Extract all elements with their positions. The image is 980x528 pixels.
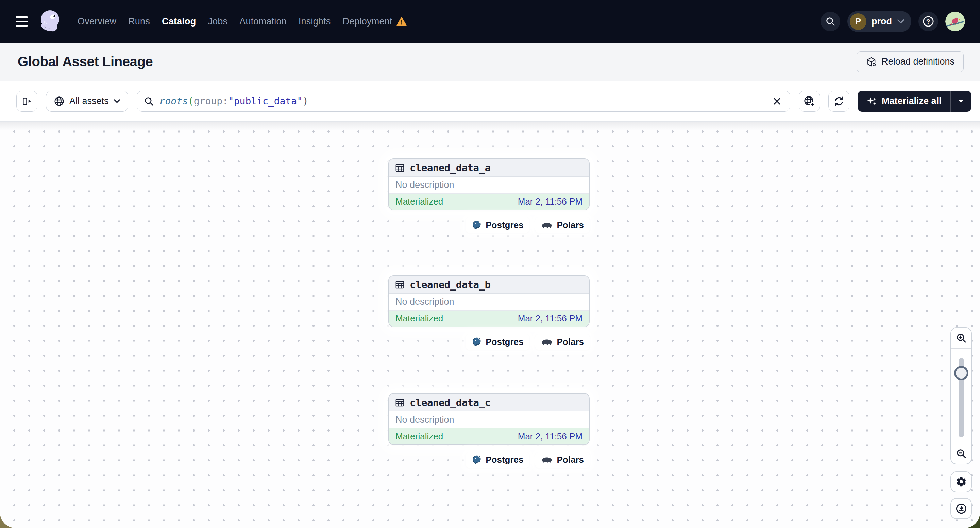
deployment-initial-badge: P [850, 13, 866, 30]
asset-selection-query: roots(group:"public_data") [159, 95, 309, 107]
postgres-icon [471, 220, 482, 230]
asset-description: No description [389, 411, 589, 428]
download-graph-button[interactable] [950, 498, 972, 519]
cardinal-bird-avatar-image [945, 11, 965, 31]
tag-postgres[interactable]: Postgres [466, 217, 529, 233]
tag-postgres[interactable]: Postgres [466, 334, 529, 350]
nav-link-deployment[interactable]: Deployment [342, 16, 406, 27]
table-icon [395, 280, 405, 290]
zoom-slider-thumb[interactable] [954, 366, 969, 380]
global-search-button[interactable] [821, 11, 840, 31]
zoom-in-icon [956, 333, 967, 344]
zoom-out-button[interactable] [951, 443, 971, 464]
user-avatar[interactable] [945, 11, 965, 31]
asset-tag-row: Postgres Polars [388, 334, 590, 350]
asset-tag-row: Postgres Polars [388, 452, 590, 468]
materialization-timestamp[interactable]: Mar 2, 11:56 PM [518, 197, 582, 207]
nav-link-insights[interactable]: Insights [299, 16, 331, 27]
lineage-graph-canvas[interactable]: cleaned_data_a No description Materializ… [0, 122, 980, 528]
materialize-options-button[interactable] [951, 91, 971, 112]
asset-node-cleaned-data-a[interactable]: cleaned_data_a No description Materializ… [388, 159, 590, 210]
tag-label: Postgres [485, 337, 523, 347]
expand-panel-icon [21, 96, 32, 107]
page-title: Global Asset Lineage [18, 54, 153, 69]
nav-link-catalog[interactable]: Catalog [162, 16, 196, 27]
polars-icon [541, 221, 553, 229]
primary-nav: Overview Runs Catalog Jobs Automation In… [78, 16, 407, 27]
navbar-right: P prod ? [821, 11, 965, 32]
tag-polars[interactable]: Polars [535, 452, 590, 468]
globe-icon [54, 96, 65, 107]
zoom-control-panel [950, 327, 972, 465]
asset-node-header: cleaned_data_a [389, 159, 589, 177]
postgres-icon [471, 455, 482, 465]
asset-node-group: cleaned_data_c No description Materializ… [388, 393, 590, 468]
graph-settings-button[interactable] [950, 471, 972, 492]
nav-link-jobs[interactable]: Jobs [208, 16, 228, 27]
page-header: Global Asset Lineage Reload definitions [0, 43, 980, 81]
graph-query-toggle-button[interactable] [799, 91, 820, 112]
asset-filter-label: All assets [69, 96, 109, 106]
status-badge: Materialized [396, 313, 443, 324]
query-token-attribute: group [194, 95, 223, 107]
asset-node-cleaned-data-c[interactable]: cleaned_data_c No description Materializ… [388, 393, 590, 445]
asset-node-header: cleaned_data_c [389, 394, 589, 411]
hamburger-menu-icon[interactable] [16, 16, 28, 27]
caret-down-icon [958, 100, 964, 103]
asset-status-row: Materialized Mar 2, 11:56 PM [389, 311, 589, 327]
asset-tag-row: Postgres Polars [388, 217, 590, 233]
query-token-string: "public_data" [228, 95, 303, 107]
tag-postgres[interactable]: Postgres [466, 452, 529, 468]
asset-status-row: Materialized Mar 2, 11:56 PM [389, 428, 589, 444]
asset-node-group: cleaned_data_a No description Materializ… [388, 159, 590, 233]
refresh-icon [834, 96, 844, 107]
query-token-paren-close: ) [303, 95, 309, 107]
reload-definitions-label: Reload definitions [881, 56, 955, 67]
deployment-switcher[interactable]: P prod [847, 11, 911, 32]
status-badge: Materialized [396, 431, 443, 442]
open-side-panel-button[interactable] [16, 91, 37, 112]
zoom-out-icon [956, 448, 967, 459]
tag-label: Polars [557, 455, 584, 465]
deployment-name: prod [872, 16, 892, 27]
gear-icon [956, 476, 967, 488]
tag-polars[interactable]: Polars [535, 217, 590, 233]
reload-definitions-button[interactable]: Reload definitions [857, 51, 964, 72]
query-token-function: roots [159, 95, 188, 107]
polars-icon [541, 338, 553, 346]
materialize-all-button[interactable]: Materialize all [858, 91, 950, 112]
asset-filter-dropdown[interactable]: All assets [46, 91, 128, 112]
download-icon [956, 503, 967, 514]
asset-name: cleaned_data_a [410, 162, 490, 174]
clear-query-button[interactable] [768, 92, 786, 110]
zoom-in-button[interactable] [951, 328, 971, 349]
asset-name: cleaned_data_b [410, 279, 490, 290]
tag-polars[interactable]: Polars [535, 334, 590, 350]
nav-link-runs[interactable]: Runs [128, 16, 150, 27]
asset-description: No description [389, 177, 589, 193]
asset-node-cleaned-data-b[interactable]: cleaned_data_b No description Materializ… [388, 275, 590, 327]
materialize-all-split-button: Materialize all [858, 91, 971, 112]
materialization-timestamp[interactable]: Mar 2, 11:56 PM [518, 313, 582, 324]
search-icon [825, 16, 835, 27]
search-icon [144, 96, 154, 106]
help-icon: ? [923, 16, 934, 27]
refresh-button[interactable] [828, 91, 850, 112]
asset-selection-input[interactable]: roots(group:"public_data") [137, 91, 790, 112]
dagster-logo[interactable] [38, 8, 65, 35]
materialize-all-label: Materialize all [882, 96, 942, 106]
reload-code-location-icon [866, 56, 877, 67]
query-token-colon: : [223, 95, 228, 107]
query-token-paren-open: ( [188, 95, 194, 107]
asset-name: cleaned_data_c [410, 397, 490, 408]
status-badge: Materialized [396, 197, 443, 207]
asset-status-row: Materialized Mar 2, 11:56 PM [389, 193, 589, 209]
zoom-slider[interactable] [951, 349, 971, 443]
help-button[interactable]: ? [918, 11, 938, 31]
tag-label: Postgres [485, 455, 523, 465]
globe-add-icon [803, 95, 815, 107]
table-icon [395, 398, 405, 408]
nav-link-automation[interactable]: Automation [239, 16, 286, 27]
nav-link-overview[interactable]: Overview [78, 16, 116, 27]
materialization-timestamp[interactable]: Mar 2, 11:56 PM [518, 431, 582, 442]
